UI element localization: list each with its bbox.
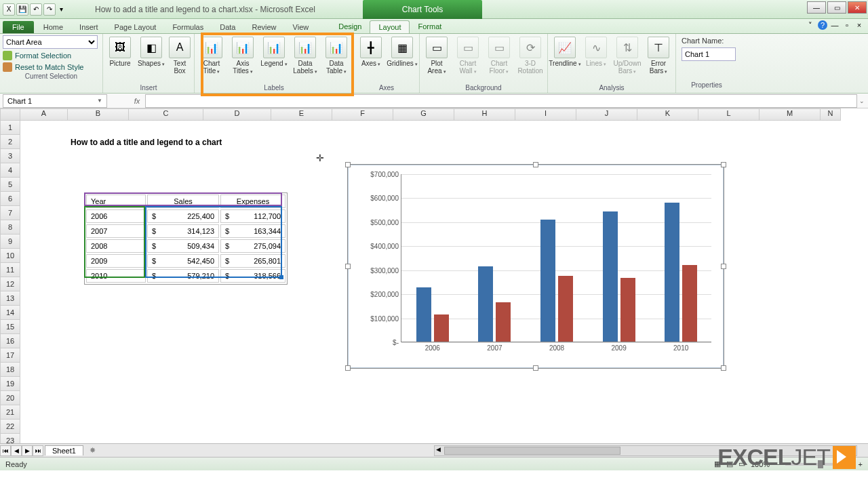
fill-handle[interactable] [279, 275, 283, 279]
minimize-button[interactable]: — [807, 1, 826, 14]
excel-app-icon[interactable]: X [3, 3, 15, 16]
chart-handle[interactable] [721, 264, 726, 269]
help-icon[interactable]: ? [818, 20, 827, 30]
chart-bar[interactable] [682, 265, 697, 342]
column-header[interactable]: F [332, 108, 393, 121]
legend-button[interactable]: 📊Legend [260, 35, 288, 69]
row-header[interactable]: 7 [0, 206, 20, 220]
picture-button[interactable]: 🖼Picture [106, 35, 134, 68]
row-header[interactable]: 23 [0, 434, 20, 443]
column-header[interactable]: C [129, 108, 203, 121]
axis-titles-button[interactable]: 📊Axis Titles [229, 35, 257, 77]
chart-handle[interactable] [533, 365, 538, 371]
doc-minimize-icon[interactable]: — [830, 20, 840, 30]
file-tab[interactable]: File [3, 21, 34, 33]
tab-format[interactable]: Format [410, 20, 450, 33]
row-header[interactable]: 19 [0, 377, 20, 391]
doc-restore-icon[interactable]: ▫ [842, 20, 852, 30]
text-box-button[interactable]: AText Box [168, 35, 191, 76]
worksheet-grid[interactable]: ABCDEFGHIJKLMN 1234567891011121314151617… [0, 108, 868, 443]
row-header[interactable]: 9 [0, 235, 20, 249]
new-sheet-icon[interactable]: ✸ [86, 445, 100, 456]
row-header[interactable]: 15 [0, 320, 20, 334]
error-bars-button[interactable]: ⊤Error Bars [644, 35, 673, 77]
column-header[interactable]: M [760, 108, 821, 121]
tab-home[interactable]: Home [35, 21, 71, 33]
row-header[interactable]: 4 [0, 163, 20, 178]
save-icon[interactable]: 💾 [16, 3, 28, 16]
chart-element-selector[interactable]: Chart Area [3, 35, 98, 49]
tab-design[interactable]: Design [330, 20, 370, 33]
chart-handle[interactable] [345, 162, 351, 167]
select-all-corner[interactable] [0, 108, 20, 121]
chart-bar[interactable] [434, 314, 449, 342]
column-header[interactable]: N [821, 108, 841, 121]
chart-handle[interactable] [345, 264, 351, 269]
row-header[interactable]: 1 [0, 121, 20, 135]
column-header[interactable]: J [576, 108, 637, 121]
row-header[interactable]: 14 [0, 306, 20, 320]
chart-plot-area[interactable]: $-$100,000$200,000$300,000$400,000$500,0… [401, 174, 711, 342]
gridlines-button[interactable]: ▦Gridlines [388, 35, 416, 69]
qat-dropdown-icon[interactable]: ▾ [57, 3, 65, 16]
tab-data[interactable]: Data [212, 21, 243, 33]
chart-bar[interactable] [478, 266, 493, 342]
zoom-in-icon[interactable]: + [859, 460, 863, 468]
row-header[interactable]: 13 [0, 291, 20, 306]
chart-bar[interactable] [620, 278, 635, 342]
tab-view[interactable]: View [285, 21, 317, 33]
row-header[interactable]: 21 [0, 405, 20, 420]
column-header[interactable]: E [271, 108, 332, 121]
sheet-tab[interactable]: Sheet1 [45, 445, 83, 455]
shapes-button[interactable]: ◧Shapes [137, 35, 165, 69]
reset-style-button[interactable]: Reset to Match Style [3, 62, 100, 72]
tab-review[interactable]: Review [243, 21, 284, 33]
row-header[interactable]: 17 [0, 348, 20, 363]
chart-handle[interactable] [345, 365, 351, 371]
formula-bar-expand-icon[interactable]: ⌄ [857, 94, 867, 108]
column-header[interactable]: D [203, 108, 271, 121]
column-header[interactable]: G [393, 108, 454, 121]
row-header[interactable]: 6 [0, 192, 20, 206]
row-header[interactable]: 11 [0, 263, 20, 277]
doc-close-icon[interactable]: × [854, 20, 864, 30]
chart-handle[interactable] [721, 365, 726, 371]
column-header[interactable]: H [454, 108, 515, 121]
plot-area-button[interactable]: ▭Plot Area [422, 35, 451, 77]
row-header[interactable]: 20 [0, 391, 20, 405]
chart-bar[interactable] [603, 211, 618, 342]
column-header[interactable]: B [68, 108, 129, 121]
row-header[interactable]: 12 [0, 277, 20, 291]
axes-button[interactable]: ╋Axes [357, 35, 385, 69]
column-header[interactable]: A [20, 108, 68, 121]
tab-nav-prev-icon[interactable]: ◀ [11, 445, 22, 456]
data-labels-button[interactable]: 📊Data Labels [291, 35, 319, 77]
column-header[interactable]: L [698, 108, 760, 121]
close-button[interactable]: ✕ [848, 1, 867, 14]
trendline-button[interactable]: 📈Trendline [551, 35, 579, 69]
tab-page-layout[interactable]: Page Layout [106, 21, 165, 33]
tab-layout[interactable]: Layout [370, 20, 410, 33]
minimize-ribbon-icon[interactable]: ˅ [806, 20, 815, 30]
row-header[interactable]: 8 [0, 220, 20, 235]
formula-bar[interactable] [145, 94, 857, 108]
row-header[interactable]: 2 [0, 135, 20, 149]
chart-bar[interactable] [416, 287, 431, 342]
row-header[interactable]: 16 [0, 334, 20, 348]
tab-nav-next-icon[interactable]: ▶ [22, 445, 33, 456]
chart-bar[interactable] [665, 203, 679, 342]
fx-icon[interactable]: fx [129, 97, 145, 105]
name-box[interactable]: Chart 1▼ [3, 94, 107, 108]
chart-bar[interactable] [540, 220, 555, 342]
row-header[interactable]: 3 [0, 149, 20, 163]
tab-insert[interactable]: Insert [71, 21, 106, 33]
chart-name-input[interactable] [682, 47, 736, 61]
row-header[interactable]: 10 [0, 249, 20, 263]
column-header[interactable]: K [637, 108, 698, 121]
row-header[interactable]: 5 [0, 178, 20, 192]
tab-formulas[interactable]: Formulas [164, 21, 212, 33]
undo-icon[interactable]: ↶ [30, 3, 42, 16]
column-header[interactable]: I [515, 108, 576, 121]
chart-object[interactable]: $-$100,000$200,000$300,000$400,000$500,0… [347, 164, 724, 369]
tab-nav-last-icon[interactable]: ⏭ [33, 445, 43, 456]
